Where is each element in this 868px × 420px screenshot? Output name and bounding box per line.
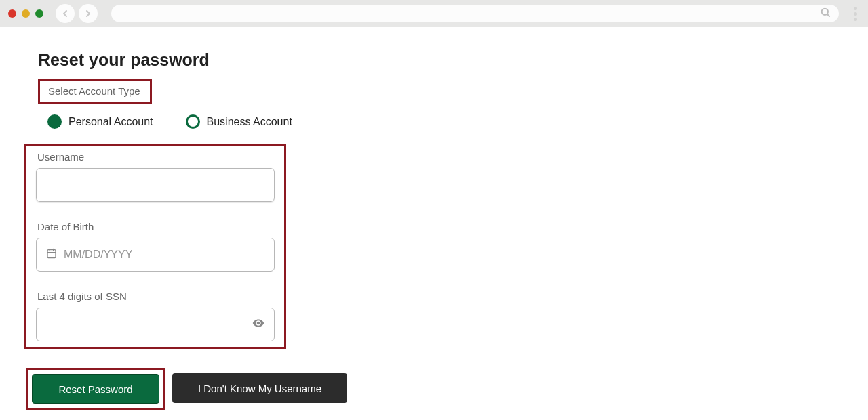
minimize-window-icon[interactable] xyxy=(22,9,30,18)
radio-selected-icon xyxy=(47,114,62,129)
svg-rect-2 xyxy=(47,250,56,258)
ssn-label: Last 4 digits of SSN xyxy=(36,291,275,308)
reset-password-button[interactable]: Reset Password xyxy=(32,374,159,404)
page-title: Reset your password xyxy=(38,50,830,70)
more-menu-icon[interactable] xyxy=(854,7,857,21)
unknown-username-button[interactable]: I Don't Know My Username xyxy=(172,373,347,403)
main-content: Reset your password Select Account Type … xyxy=(0,27,868,420)
nav-buttons xyxy=(56,4,98,23)
business-account-radio[interactable]: Business Account xyxy=(186,114,292,129)
radio-unselected-icon xyxy=(186,114,200,129)
account-type-highlight: Select Account Type xyxy=(38,79,152,104)
address-bar[interactable] xyxy=(111,5,839,22)
window-controls xyxy=(8,9,43,18)
show-hide-icon[interactable] xyxy=(252,317,264,332)
back-button[interactable] xyxy=(56,4,75,23)
personal-account-label: Personal Account xyxy=(68,116,153,128)
username-label: Username xyxy=(36,151,275,168)
ssn-input[interactable] xyxy=(36,308,275,341)
account-type-radio-group: Personal Account Business Account xyxy=(38,108,830,144)
dob-label: Date of Birth xyxy=(36,221,275,238)
dob-field-block: Date of Birth MM/DD/YYYY xyxy=(36,221,275,272)
ssn-field-block: Last 4 digits of SSN xyxy=(36,291,275,341)
forward-button[interactable] xyxy=(79,4,98,23)
calendar-icon xyxy=(46,248,57,261)
username-field-block: Username xyxy=(36,151,275,202)
business-account-label: Business Account xyxy=(207,116,292,128)
username-input[interactable] xyxy=(36,168,275,202)
maximize-window-icon[interactable] xyxy=(35,9,43,18)
dob-placeholder: MM/DD/YYYY xyxy=(64,249,132,261)
close-window-icon[interactable] xyxy=(8,9,16,18)
account-type-label: Select Account Type xyxy=(48,85,140,97)
dob-input[interactable]: MM/DD/YYYY xyxy=(36,238,275,272)
search-icon xyxy=(820,7,831,20)
personal-account-radio[interactable]: Personal Account xyxy=(47,114,153,129)
reset-button-highlight: Reset Password xyxy=(26,368,165,410)
svg-line-1 xyxy=(827,14,829,16)
form-fields-highlight: Username Date of Birth MM/DD/YYYY Last 4… xyxy=(24,144,286,349)
button-row: Reset Password I Don't Know My Username xyxy=(26,368,830,410)
browser-chrome xyxy=(0,0,868,27)
